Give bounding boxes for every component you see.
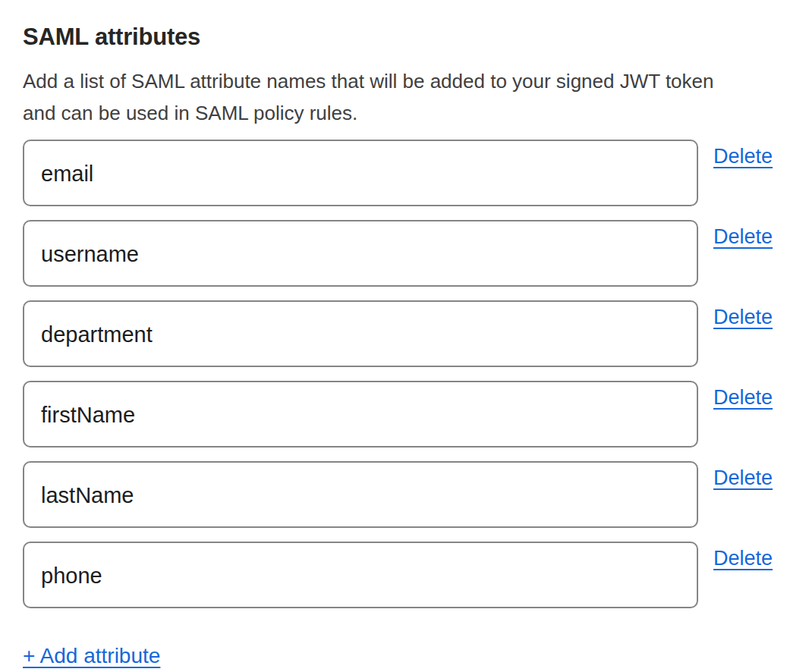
section-description-line-1: Add a list of SAML attribute names that …	[23, 65, 809, 97]
attribute-input-phone[interactable]	[23, 542, 698, 608]
attribute-input-email[interactable]	[23, 140, 698, 206]
delete-link[interactable]: Delete	[713, 546, 773, 570]
attribute-row: Delete	[23, 140, 809, 206]
delete-link[interactable]: Delete	[713, 385, 773, 410]
section-title: SAML attributes	[23, 23, 809, 52]
attribute-input-firstname[interactable]	[23, 381, 698, 447]
attribute-input-username[interactable]	[23, 220, 698, 287]
saml-attributes-section: SAML attributes Add a list of SAML attri…	[0, 0, 809, 672]
delete-link[interactable]: Delete	[713, 144, 773, 168]
delete-link[interactable]: Delete	[713, 305, 773, 329]
attribute-row: Delete	[23, 381, 809, 447]
delete-link[interactable]: Delete	[713, 225, 773, 249]
attribute-row: Delete	[23, 461, 809, 528]
attribute-input-department[interactable]	[23, 300, 698, 367]
attribute-row: Delete	[23, 220, 809, 287]
attribute-row: Delete	[23, 300, 809, 367]
attribute-row: Delete	[23, 542, 809, 608]
section-description: Add a list of SAML attribute names that …	[23, 65, 809, 129]
attribute-input-lastname[interactable]	[23, 461, 698, 528]
add-attribute-link[interactable]: + Add attribute	[23, 643, 160, 669]
section-description-line-2: and can be used in SAML policy rules.	[23, 97, 809, 129]
delete-link[interactable]: Delete	[713, 466, 773, 490]
